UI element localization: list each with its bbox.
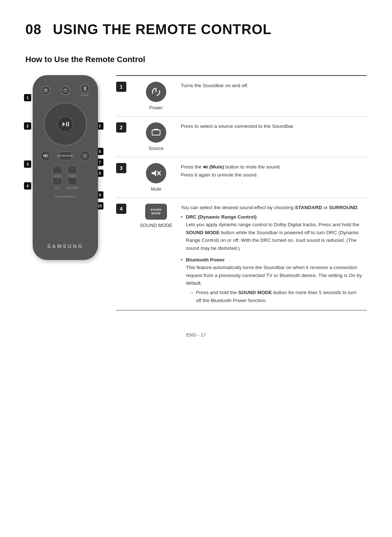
svg-marker-13: [152, 170, 156, 176]
col-num-4: 4: [116, 198, 134, 310]
remote-vol-area: VOL: [52, 166, 62, 189]
table-row-soundmode: 4 SOUND MODE SOUND MODE You can select t…: [116, 198, 367, 310]
svg-rect-4: [66, 122, 67, 126]
num-badge-2: 2: [116, 122, 126, 133]
col-num-1: 1: [116, 76, 134, 116]
remote-top-row: PAIR: [38, 82, 93, 98]
source-description: Press to select a source connected to th…: [181, 123, 294, 129]
mute-inline-icon: [203, 165, 208, 169]
soundmode-bullets: DRC (Dynamic Range Control) Lets you app…: [181, 213, 363, 305]
svg-point-9: [84, 155, 86, 157]
pair-label: PAIR: [81, 94, 89, 97]
col-desc-source: Press to select a source connected to th…: [178, 117, 367, 157]
remote-vol-label: VOL: [54, 187, 60, 189]
mute-label: Mute: [151, 186, 162, 192]
remote-power-btn: [41, 86, 50, 95]
remote-illustration: PAIR: [25, 75, 105, 260]
standard-bold: STANDARD: [295, 205, 322, 210]
soundmode-icon-rect: SOUND MODE: [145, 204, 167, 220]
remote-source-btn: [61, 86, 70, 95]
remote-vol-woofer-row: VOL WOOFER: [52, 166, 79, 189]
section-title: How to Use the Remote Control: [25, 55, 367, 64]
power-label: Power: [150, 105, 163, 110]
source-label: Source: [148, 146, 163, 151]
page-number: ENG - 17: [25, 332, 367, 338]
soundmode-label: SOUND MODE: [140, 223, 172, 228]
bluetooth-soundmode-bold: SOUND MODE: [238, 290, 272, 295]
drc-bullet: DRC (Dynamic Range Control) Lets you app…: [181, 213, 363, 252]
remote-vol-slider: [52, 166, 62, 186]
table-row-source: 2 Source Press to select a source connec…: [116, 117, 367, 157]
remote-soundbar-label: SOUNDBAR: [55, 195, 75, 198]
remote-bluetooth-btn: [80, 84, 90, 93]
col-icon-power: Power: [134, 76, 178, 116]
col-icon-soundmode: SOUND MODE SOUND MODE: [134, 198, 178, 310]
svg-marker-16: [203, 165, 206, 169]
remote-wrapper: 1 2 3 4 5 6 7 8 9 10: [25, 75, 105, 260]
svg-rect-12: [152, 130, 160, 135]
remote-mute-btn: [40, 150, 51, 161]
remote-dpad: [44, 102, 87, 146]
remote-gear-btn: [79, 150, 90, 161]
surround-bold: SURROUND: [329, 205, 358, 210]
soundmode-icon-line2: MODE: [151, 212, 161, 215]
col-icon-mute: Mute: [134, 157, 178, 198]
badge-1: 1: [24, 94, 31, 101]
remote-playpause-btn: [57, 116, 73, 132]
table-row-mute: 3 Mute Press the: [116, 157, 367, 198]
col-desc-soundmode: You can select the desired sound effect …: [178, 198, 367, 310]
col-icon-source: Source: [134, 117, 178, 157]
power-icon-circle: [146, 82, 166, 102]
soundmode-icon-line1: SOUND: [150, 208, 162, 212]
bluetooth-power-bullet: Bluetooth Power This feature automatical…: [181, 256, 363, 305]
remote-body: PAIR: [33, 75, 98, 260]
chapter-title: 08 USING THE REMOTE CONTROL: [25, 22, 367, 37]
badge-3: 3: [24, 160, 31, 168]
remote-woofer-thumb: [68, 174, 76, 178]
controls-table: 1 Power Turns the Soundbar on and off. 2: [116, 75, 367, 310]
remote-woofer-slider: [67, 166, 77, 186]
num-badge-4: 4: [116, 204, 126, 214]
drc-title: DRC (Dynamic Range Control): [186, 214, 257, 220]
source-icon-circle: [146, 122, 166, 143]
table-row-power: 1 Power Turns the Soundbar on and off.: [116, 76, 367, 117]
remote-woofer-area: WOOFER: [66, 166, 79, 189]
remote-pair-area: PAIR: [80, 84, 90, 97]
remote-vol-thumb: [53, 174, 61, 178]
remote-woofer-label: WOOFER: [66, 187, 79, 189]
drc-soundmode-bold: SOUND MODE: [186, 230, 220, 235]
badge-2: 2: [24, 122, 31, 130]
svg-marker-6: [43, 154, 46, 158]
svg-rect-2: [64, 89, 67, 91]
remote-mid-row: SOUND MODE: [38, 150, 93, 161]
svg-marker-3: [62, 122, 65, 126]
num-badge-1: 1: [116, 82, 126, 92]
power-description: Turns the Soundbar on and off.: [181, 83, 248, 88]
remote-soundmode-btn: SOUND MODE: [59, 151, 72, 160]
col-desc-mute: Press the (Mute) button to mute the soun…: [178, 157, 367, 198]
col-desc-power: Turns the Soundbar on and off.: [178, 76, 367, 116]
badge-4: 4: [24, 182, 31, 190]
bluetooth-power-title: Bluetooth Power: [186, 257, 225, 263]
mute-bold: (Mute): [209, 164, 224, 170]
num-badge-3: 3: [116, 163, 126, 173]
mute-icon-circle: [146, 163, 166, 183]
col-num-2: 2: [116, 117, 134, 157]
bluetooth-dash-item: Press and hold the SOUND MODE button for…: [186, 289, 363, 304]
chapter-title-text: USING THE REMOTE CONTROL: [53, 22, 271, 37]
col-num-3: 3: [116, 157, 134, 198]
chapter-number: 08: [25, 22, 41, 37]
content-area: 1 2 3 4 5 6 7 8 9 10: [25, 75, 367, 310]
remote-samsung-label: SAMSUNG: [47, 243, 83, 249]
svg-rect-5: [68, 122, 69, 126]
